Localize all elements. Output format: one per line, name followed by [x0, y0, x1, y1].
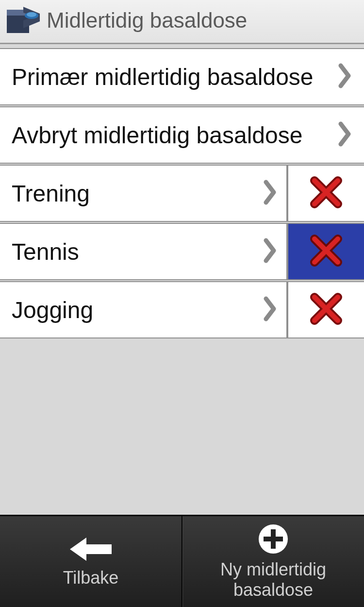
app-icon — [4, 3, 43, 38]
chevron-right-icon — [338, 63, 352, 91]
menu-item-primary[interactable]: Primær midlertidig basaldose — [0, 48, 364, 105]
footer-toolbar: Tilbake Ny midlertidigbasaldose — [0, 515, 364, 607]
profile-delete-button[interactable] — [286, 282, 364, 337]
svg-marker-17 — [70, 538, 112, 561]
page-title: Midlertidig basaldose — [47, 8, 247, 33]
chevron-right-icon — [263, 237, 278, 266]
profile-row: Trening — [0, 165, 364, 222]
menu-item-label: Avbryt midlertidig basaldose — [12, 122, 302, 149]
menu-item-cancel[interactable]: Avbryt midlertidig basaldose — [0, 106, 364, 164]
profile-row: Tennis — [0, 223, 364, 280]
profile-delete-button[interactable] — [286, 224, 364, 279]
svg-point-4 — [27, 12, 36, 17]
chevron-right-icon — [263, 179, 278, 207]
new-button-label: Ny midlertidigbasaldose — [220, 559, 326, 600]
menu-item-label: Primær midlertidig basaldose — [12, 64, 314, 90]
spacer — [0, 338, 364, 515]
close-icon — [309, 175, 344, 212]
close-icon — [309, 233, 344, 270]
chevron-right-icon — [338, 121, 352, 149]
profile-label: Trening — [12, 180, 90, 207]
back-button[interactable]: Tilbake — [0, 516, 182, 607]
plus-circle-icon — [258, 523, 289, 556]
profile-delete-button[interactable] — [286, 166, 364, 221]
back-button-label: Tilbake — [63, 568, 119, 588]
profile-label: Tennis — [12, 238, 79, 265]
profile-open-button[interactable]: Trening — [0, 166, 286, 221]
menu-list: Primær midlertidig basaldose Avbryt midl… — [0, 44, 364, 515]
new-button[interactable]: Ny midlertidigbasaldose — [182, 516, 364, 607]
profile-open-button[interactable]: Tennis — [0, 224, 286, 279]
header: Midlertidig basaldose — [0, 0, 364, 44]
profile-open-button[interactable]: Jogging — [0, 282, 286, 337]
chevron-right-icon — [263, 296, 278, 324]
profile-label: Jogging — [12, 297, 93, 323]
arrow-left-icon — [70, 536, 112, 565]
screen: Midlertidig basaldose Primær midlertidig… — [0, 0, 364, 607]
close-icon — [309, 291, 344, 328]
profile-row: Jogging — [0, 281, 364, 338]
svg-rect-20 — [264, 537, 283, 541]
